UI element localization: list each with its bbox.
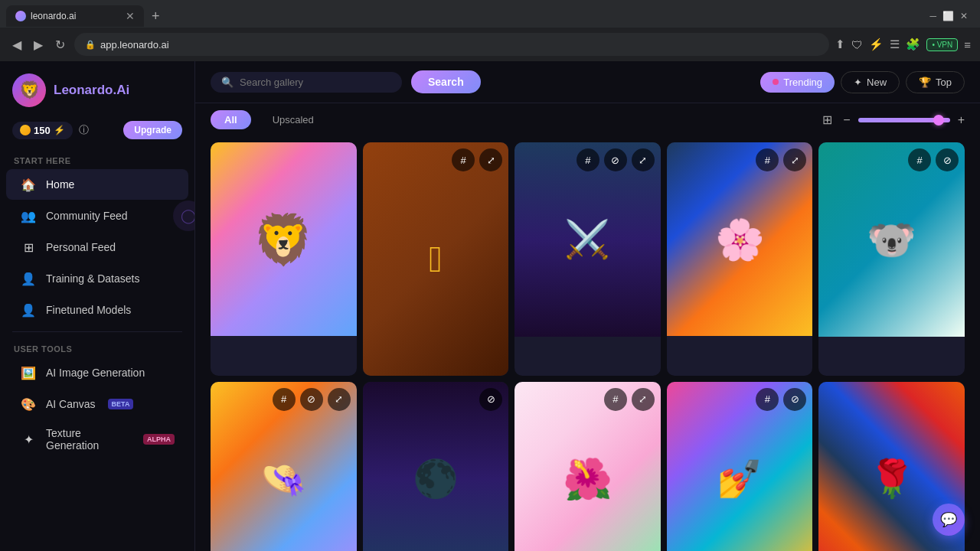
vpn-badge: • VPN [926,38,958,51]
sidebar-item-ai-canvas[interactable]: 🎨 AI Canvas BETA [6,389,188,419]
remix-btn-flowers[interactable]: # [756,148,779,171]
expand-btn-warrior[interactable]: ⤢ [632,148,655,171]
active-tab[interactable]: leonardo.ai ✕ [6,5,144,27]
sidebar-item-community-feed[interactable]: 👥 Community Feed ◯ [6,201,188,231]
logo-avatar [12,73,46,107]
address-bar[interactable]: 🔒 app.leonardo.ai [74,33,829,56]
main-content: 🔍 Search Trending ✦ New 🏆 Top [195,61,980,551]
sidebar: Leonardo.Ai 150 ⚡ ⓘ Upgrade Start Here 🏠… [0,61,195,551]
expand-btn-flowers[interactable]: ⤢ [783,148,806,171]
edit-btn-anime[interactable]: ⊘ [300,388,323,411]
gallery-card-anime-girl[interactable]: # ⊘ ⤢ [211,382,357,551]
sidebar-item-home[interactable]: 🏠 Home [6,169,188,200]
share-icon[interactable]: ⬆ [835,37,845,51]
sidebar-home-label: Home [46,178,74,191]
credits-badge: 150 ⚡ [12,122,73,139]
gallery-card-colorful-hair[interactable]: # ⊘ [667,382,813,551]
tab-bar: leonardo.ai ✕ + ─ ⬜ ✕ [0,0,980,28]
home-icon: 🏠 [20,176,37,193]
search-button[interactable]: Search [411,70,481,93]
sidebar-item-texture-gen[interactable]: ✦ Texture Generation ALPHA [6,420,188,458]
window-minimize[interactable]: ─ [929,11,936,21]
edit-btn-colorful[interactable]: ⊘ [783,388,806,411]
sidebar-item-personal-feed[interactable]: ⊞ Personal Feed [6,232,188,262]
sidebar-toggle[interactable]: ☰ [890,37,900,51]
credits-row: 150 ⚡ ⓘ Upgrade [0,116,194,150]
gallery-card-warrior[interactable]: # ⊘ ⤢ [514,142,661,376]
gallery-card-koala[interactable]: # ⊘ [818,142,965,376]
tab-close-button[interactable]: ✕ [126,10,135,22]
sidebar-ai-canvas-label: AI Canvas [46,398,96,410]
gallery-card-pink-fantasy[interactable]: # ⤢ [514,382,661,551]
beta-badge: BETA [108,399,134,409]
user-tools-label: User Tools [0,338,194,357]
gallery-card-hieroglyphics[interactable]: # ⤢ [363,142,509,376]
sidebar-item-finetuned[interactable]: 👤 Finetuned Models [6,295,188,325]
edit-btn-koala[interactable]: ⊘ [936,148,959,171]
finetuned-icon: 👤 [20,302,37,318]
sidebar-item-ai-image-gen[interactable]: 🖼️ AI Image Generation [6,357,188,388]
expand-btn-pink[interactable]: ⤢ [632,388,655,411]
window-maximize[interactable]: ⬜ [942,11,954,21]
card-actions-hieroglyphics: # ⤢ [452,148,502,171]
sidebar-finetuned-label: Finetuned Models [46,304,131,316]
back-button[interactable]: ◀ [9,36,24,54]
new-filter-button[interactable]: ✦ New [841,71,900,93]
expand-btn-hieroglyphics[interactable]: ⤢ [479,148,502,171]
gallery-card-dark-woman[interactable]: ⊘ [363,382,509,551]
sidebar-divider [12,331,182,332]
filter-buttons: Trending ✦ New 🏆 Top [760,71,965,93]
card-actions-koala: # ⊘ [908,148,959,171]
zoom-slider[interactable] [858,118,950,122]
lightning-icon[interactable]: ⚡ [869,37,884,51]
menu-icon[interactable]: ≡ [964,38,971,51]
reload-button[interactable]: ↻ [52,36,68,54]
search-input[interactable] [240,77,391,88]
sidebar-texture-label: Texture Generation [46,427,131,452]
sidebar-item-training[interactable]: 👤 Training & Datasets [6,263,188,294]
remix-btn-warrior[interactable]: # [577,148,599,171]
chat-support-button[interactable]: 💬 [933,504,965,536]
credits-info-icon[interactable]: ⓘ [79,123,89,137]
all-filter-button[interactable]: All [211,110,251,129]
trending-filter-button[interactable]: Trending [760,72,835,93]
edit-btn-warrior[interactable]: ⊘ [604,148,627,171]
remix-btn-hieroglyphics[interactable]: # [452,148,475,171]
card-actions-warrior: # ⊘ ⤢ [577,148,655,171]
search-box[interactable]: 🔍 [211,72,402,93]
secure-icon: 🔒 [85,40,96,50]
edit-btn-dark-woman[interactable]: ⊘ [479,388,502,411]
top-filter-button[interactable]: 🏆 Top [906,71,965,93]
window-close[interactable]: ✕ [960,11,968,21]
toolbar: 🔍 Search Trending ✦ New 🏆 Top [195,61,980,103]
extensions-icon[interactable]: 🧩 [906,37,920,51]
personal-feed-icon: ⊞ [20,239,37,256]
forward-button[interactable]: ▶ [31,36,46,54]
sidebar-decoration: ◯ [173,201,195,231]
sidebar-personal-label: Personal Feed [46,241,116,253]
gallery-card-flowers[interactable]: # ⤢ [667,142,813,376]
expand-btn-anime[interactable]: ⤢ [328,388,351,411]
upgrade-button[interactable]: Upgrade [123,121,182,139]
browser-chrome: leonardo.ai ✕ + ─ ⬜ ✕ ◀ ▶ ↻ 🔒 app.leonar… [0,0,980,61]
remix-btn-koala[interactable]: # [908,148,931,171]
remix-btn-colorful[interactable]: # [756,388,779,411]
alpha-badge: ALPHA [143,434,175,445]
card-actions-dark-woman: ⊘ [479,388,502,411]
grid-view-icon[interactable]: ⊞ [819,109,835,130]
lightning-credits-icon: ⚡ [54,125,65,135]
new-tab-button[interactable]: + [147,8,165,24]
zoom-out-icon[interactable]: − [843,113,850,127]
trending-dot [773,79,779,85]
remix-btn-anime[interactable]: # [273,388,296,411]
shield-icon[interactable]: 🛡 [851,38,863,51]
gallery-controls: All Upscaled ⊞ − + [195,103,980,136]
upscaled-filter-button[interactable]: Upscaled [259,110,328,129]
zoom-in-icon[interactable]: + [958,113,965,127]
remix-btn-pink[interactable]: # [604,388,627,411]
tab-favicon [15,11,26,21]
browser-controls: ◀ ▶ ↻ 🔒 app.leonardo.ai ⬆ 🛡 ⚡ ☰ 🧩 • VPN … [0,28,980,61]
chat-icon: 💬 [940,511,957,528]
sidebar-community-label: Community Feed [46,210,128,222]
gallery-card-lion[interactable] [211,142,357,376]
